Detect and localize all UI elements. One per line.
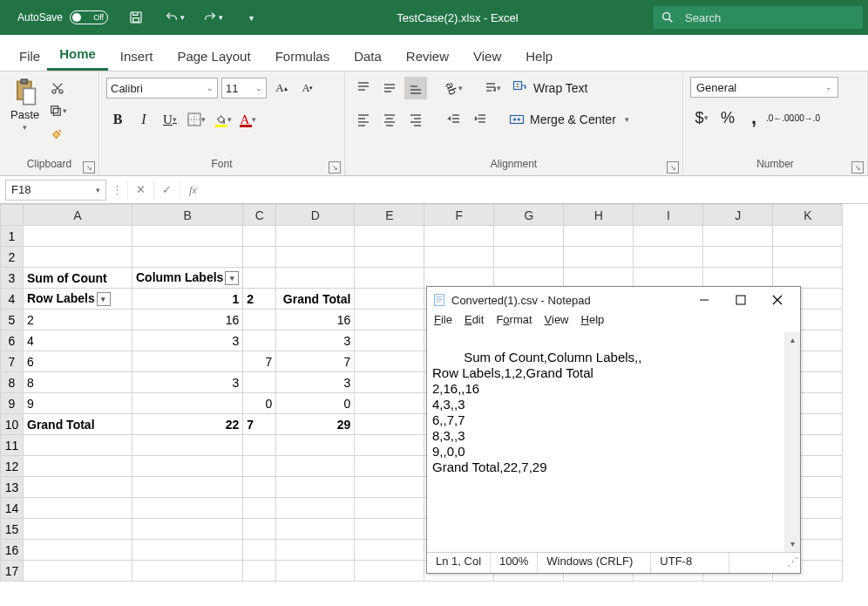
col-header: E: [355, 205, 424, 226]
align-center-button[interactable]: [378, 108, 401, 131]
notepad-menubar[interactable]: File Edit Format View Help: [427, 313, 800, 332]
copy-button[interactable]: ▾: [46, 101, 69, 120]
align-top-button[interactable]: [352, 77, 375, 99]
autosave-toggle[interactable]: Off: [70, 10, 108, 24]
redo-button[interactable]: ▾: [202, 7, 223, 28]
row-header: 1: [1, 226, 24, 247]
menu-format[interactable]: Format: [496, 313, 532, 332]
enter-formula-icon[interactable]: ✓: [153, 180, 180, 201]
row-header: 7: [1, 351, 24, 372]
menu-file[interactable]: File: [434, 313, 452, 332]
tab-help[interactable]: Help: [513, 44, 565, 71]
svg-rect-13: [435, 294, 444, 305]
tab-file[interactable]: File: [12, 44, 47, 71]
align-middle-button[interactable]: [378, 77, 401, 99]
select-all-corner[interactable]: [1, 205, 24, 226]
percent-format-button[interactable]: %: [716, 106, 739, 129]
orientation-button[interactable]: ab▾: [443, 77, 465, 99]
name-box[interactable]: F18▾: [5, 180, 106, 201]
formula-bar: F18▾ ⋮ ✕ ✓ fx: [0, 176, 868, 204]
fx-icon[interactable]: fx: [180, 180, 206, 201]
alignment-launcher[interactable]: ↘: [667, 161, 679, 174]
notepad-textarea[interactable]: Sum of Count,Column Labels,, Row Labels,…: [427, 332, 800, 552]
tab-data[interactable]: Data: [342, 44, 394, 71]
maximize-button[interactable]: [723, 289, 758, 311]
menu-view[interactable]: View: [545, 313, 569, 332]
save-icon[interactable]: [125, 7, 146, 28]
tab-formulas[interactable]: Formulas: [263, 44, 342, 71]
wrap-toggle-mini[interactable]: ▾: [481, 77, 504, 99]
decrease-font-button[interactable]: A▾: [296, 77, 319, 99]
col-header: I: [634, 205, 703, 226]
tab-home[interactable]: Home: [47, 41, 108, 71]
align-right-button[interactable]: [404, 108, 427, 131]
cell: 22: [132, 414, 243, 435]
cell: 16: [276, 310, 355, 330]
title-bar: AutoSave Off ▾ ▾ ▾ TestCase(2).xlsx - Ex…: [0, 0, 868, 35]
align-bottom-button[interactable]: [404, 77, 427, 99]
col-header: H: [564, 205, 634, 226]
notepad-statusbar: Ln 1, Col 100% Windows (CRLF) UTF-8 ⋰: [427, 552, 800, 573]
undo-button[interactable]: ▾: [164, 7, 185, 28]
tab-view[interactable]: View: [461, 44, 513, 71]
fill-color-button[interactable]: ▾: [211, 108, 234, 131]
cell: 3: [276, 372, 355, 393]
col-header: A: [24, 205, 132, 226]
notepad-titlebar[interactable]: Converted(1).csv - Notepad: [427, 287, 800, 313]
comma-format-button[interactable]: ,: [743, 106, 765, 129]
merge-center-button[interactable]: Merge & Center▾: [504, 110, 634, 129]
borders-button[interactable]: ▾: [185, 108, 207, 131]
align-left-button[interactable]: [352, 108, 375, 131]
svg-rect-0: [131, 12, 141, 23]
cell[interactable]: Sum of Count: [24, 268, 132, 289]
row-header: 4: [1, 289, 24, 310]
font-size-select[interactable]: 11⌄: [221, 78, 267, 99]
menu-help[interactable]: Help: [581, 313, 605, 332]
cell[interactable]: Row Labels▾: [24, 289, 132, 310]
underline-button[interactable]: U▾: [159, 108, 181, 131]
col-header: J: [703, 205, 773, 226]
font-color-button[interactable]: A▾: [237, 108, 260, 131]
accounting-format-button[interactable]: $▾: [690, 106, 713, 129]
font-name-select[interactable]: Calibri⌄: [106, 78, 218, 99]
decrease-decimal-button[interactable]: .00→.0: [795, 106, 817, 129]
italic-button[interactable]: I: [132, 108, 155, 131]
increase-decimal-button[interactable]: .0←.00: [769, 106, 791, 129]
resize-grip-icon[interactable]: ⋰: [778, 553, 800, 573]
increase-font-button[interactable]: A▴: [270, 77, 293, 99]
cell[interactable]: Column Labels▾: [132, 268, 243, 289]
cell: 4: [24, 330, 132, 351]
svg-rect-1: [133, 18, 139, 23]
menu-edit[interactable]: Edit: [465, 313, 484, 332]
column-header-row[interactable]: A B C D E F G H I J K: [1, 205, 843, 226]
font-launcher[interactable]: ↘: [329, 161, 341, 174]
filter-dropdown-icon[interactable]: ▾: [225, 271, 239, 285]
clipboard-launcher[interactable]: ↘: [83, 161, 95, 174]
filter-dropdown-icon[interactable]: ▾: [97, 292, 111, 306]
number-launcher[interactable]: ↘: [851, 161, 864, 174]
tab-page-layout[interactable]: Page Layout: [165, 44, 262, 71]
close-button[interactable]: [760, 289, 795, 311]
wrap-text-button[interactable]: Wrap Text: [507, 78, 593, 98]
search-input[interactable]: Search: [654, 6, 863, 29]
qat-customize-icon[interactable]: ▾: [241, 7, 261, 28]
tab-review[interactable]: Review: [394, 44, 461, 71]
cell: 2: [24, 310, 132, 330]
minimize-button[interactable]: [687, 289, 722, 311]
cell: 3: [276, 330, 355, 351]
format-painter-button[interactable]: [46, 124, 69, 143]
status-position: Ln 1, Col: [427, 553, 491, 573]
decrease-indent-button[interactable]: [443, 108, 465, 131]
paste-button[interactable]: Paste ▾: [7, 77, 43, 133]
increase-indent-button[interactable]: [469, 108, 492, 131]
cancel-formula-icon[interactable]: ✕: [127, 180, 153, 201]
notepad-window[interactable]: Converted(1).csv - Notepad File Edit For…: [426, 286, 801, 574]
cut-button[interactable]: [46, 78, 69, 98]
bold-button[interactable]: B: [106, 108, 129, 131]
tab-insert[interactable]: Insert: [108, 44, 166, 71]
formula-input[interactable]: [206, 180, 868, 201]
notepad-scrollbar[interactable]: ▴▾: [784, 332, 800, 552]
col-header: D: [276, 205, 355, 226]
row-header: 5: [1, 310, 24, 330]
number-format-select[interactable]: General⌄: [690, 77, 838, 98]
